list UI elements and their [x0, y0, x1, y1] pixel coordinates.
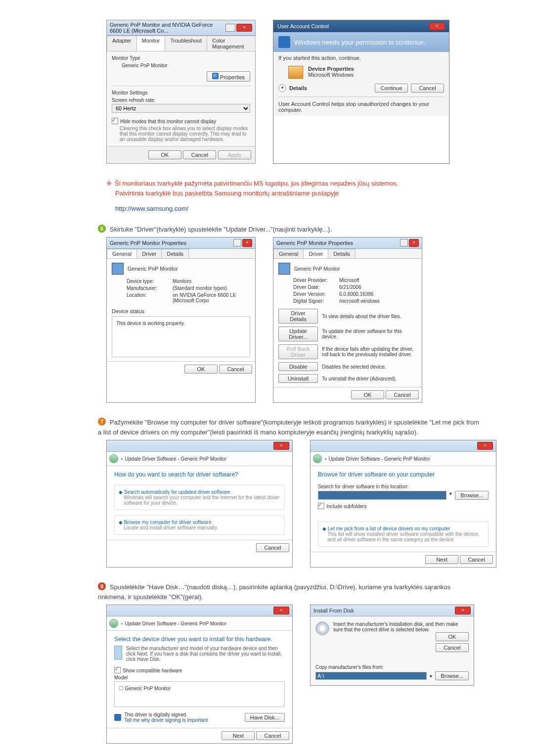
close-icon[interactable]: × — [236, 24, 252, 32]
copy-from-label: Copy manufacturer's files from: — [315, 664, 469, 670]
location-label: Search for driver software in this locat… — [318, 484, 489, 489]
signing-link[interactable]: Tell me why driver signing is important — [124, 717, 208, 723]
tab-troubleshoot[interactable]: Troubleshoot — [165, 36, 207, 51]
ok-button[interactable]: OK — [184, 365, 218, 374]
model-list[interactable]: 🖵 Generic PnP Monitor — [114, 681, 285, 707]
option-browse[interactable]: ◆ Browse my computer for driver software… — [114, 515, 285, 535]
update-wizard-browse: × ▪Update Driver Software - Generic PnP … — [310, 440, 496, 567]
tab-general[interactable]: General — [273, 249, 304, 258]
cancel-button[interactable]: Cancel — [256, 731, 289, 740]
tab-details[interactable]: Details — [161, 249, 189, 258]
refresh-rate-select[interactable]: 60 Hertz — [112, 104, 250, 113]
update-wizard-search: × ▪Update Driver Software - Generic PnP … — [106, 440, 293, 567]
tab-color[interactable]: Color Management — [207, 36, 256, 51]
close-icon[interactable]: × — [242, 239, 252, 247]
close-icon[interactable]: × — [409, 239, 419, 247]
uninstall-button[interactable]: Uninstall — [278, 374, 318, 383]
monitor-icon — [278, 263, 290, 275]
next-button[interactable]: Next — [222, 731, 255, 740]
expand-icon[interactable]: ▾ — [278, 84, 286, 92]
ok-button[interactable]: OK — [148, 150, 181, 159]
samsung-link[interactable]: http://www.samsung.com/ — [115, 205, 188, 212]
browse-button[interactable]: Browse... — [455, 491, 489, 500]
disable-button[interactable]: Disable — [278, 362, 318, 371]
cancel-button[interactable]: Cancel — [386, 390, 419, 399]
close-icon[interactable]: × — [477, 442, 493, 450]
uac-headline: Windows needs your permission to contion… — [294, 39, 425, 46]
step-6-text: Skirtuke "Driver"(tvarkyklė) spustelėkit… — [110, 226, 332, 233]
back-icon[interactable] — [109, 619, 118, 628]
update-driver-button[interactable]: Update Driver... — [278, 327, 318, 341]
dialog-title: Install From Disk — [313, 608, 354, 614]
device-status-box: This device is working properly. — [112, 316, 250, 357]
uac-dialog: User Account Control × Windows needs you… — [273, 20, 449, 164]
hide-modes-checkbox[interactable] — [112, 118, 118, 124]
device-props-general: Generic PnP Monitor Properties× General … — [106, 237, 256, 403]
monitor-type-label: Monitor Type — [112, 55, 250, 61]
device-props-driver: Generic PnP Monitor Properties× General … — [273, 237, 422, 403]
cancel-button[interactable]: Cancel — [256, 543, 289, 552]
cancel-button[interactable]: Cancel — [219, 365, 252, 374]
dialog-title: Generic PnP Monitor Properties — [110, 240, 186, 246]
install-from-disk-dialog: Install From Disk× Insert the manufactur… — [310, 605, 474, 686]
back-icon[interactable] — [109, 454, 118, 463]
tab-monitor[interactable]: Monitor — [136, 36, 166, 51]
copy-from-input[interactable] — [315, 672, 427, 680]
properties-button[interactable]: Properties — [207, 71, 250, 82]
refresh-rate-label: Screen refresh rate: — [112, 97, 250, 103]
ok-button[interactable]: OK — [351, 390, 384, 399]
minimize-icon[interactable] — [225, 24, 235, 32]
dialog-title: Generic PnP Monitor and NVIDIA GeForce 6… — [110, 22, 225, 34]
cancel-button[interactable]: Cancel — [411, 84, 444, 93]
monitor-icon — [112, 263, 124, 275]
help-icon[interactable] — [233, 239, 241, 246]
tab-general[interactable]: General — [107, 249, 137, 258]
wizard-heading: Select the device driver you want to ins… — [114, 636, 285, 643]
note-symbol: ※ — [106, 180, 112, 187]
close-icon[interactable]: × — [455, 607, 471, 614]
back-icon[interactable] — [313, 454, 322, 463]
details-toggle[interactable]: Details — [289, 85, 372, 91]
cancel-button[interactable]: Cancel — [183, 150, 216, 159]
help-icon[interactable] — [400, 239, 408, 246]
uac-title: User Account Control — [277, 23, 329, 29]
tab-driver[interactable]: Driver — [136, 249, 162, 258]
include-subfolders-checkbox[interactable] — [318, 503, 324, 509]
display-properties-dialog: Generic PnP Monitor and NVIDIA GeForce 6… — [106, 20, 256, 164]
shield-icon — [212, 73, 219, 79]
driver-details-button[interactable]: Driver Details — [278, 309, 318, 324]
rollback-button[interactable]: Roll Back Driver — [278, 344, 318, 359]
device-status-label: Device status — [112, 308, 250, 314]
uac-started-text: If you started this action, continue. — [278, 55, 444, 61]
ok-button[interactable]: OK — [436, 632, 469, 641]
hide-modes-label: Hide modes that this monitor cannot disp… — [120, 119, 216, 124]
device-icon — [114, 646, 122, 660]
device-icon — [288, 66, 303, 79]
option-pick-from-list[interactable]: ◆ Let me pick from a list of device driv… — [318, 521, 489, 547]
step-8-badge: 8 — [98, 582, 106, 590]
close-icon[interactable]: × — [429, 22, 445, 30]
continue-button[interactable]: Continue — [375, 84, 408, 93]
note-line2: Patvirtinta tvarkyklė bus paskelbta Sams… — [115, 189, 480, 198]
cancel-button[interactable]: Cancel — [436, 643, 469, 652]
dialog-title: Generic PnP Monitor Properties — [276, 240, 353, 246]
location-input[interactable] — [318, 491, 446, 500]
shield-icon — [278, 36, 290, 48]
apply-button[interactable]: Apply — [218, 150, 251, 159]
step-7-badge: 7 — [98, 418, 106, 425]
close-icon[interactable]: × — [273, 442, 289, 450]
option-auto[interactable]: ◆ Search automatically for updated drive… — [114, 485, 285, 510]
compatible-checkbox[interactable] — [114, 667, 121, 673]
cancel-button[interactable]: Cancel — [460, 555, 493, 564]
close-icon[interactable]: × — [273, 607, 289, 614]
next-button[interactable]: Next — [425, 555, 458, 564]
tab-adapter[interactable]: Adapter — [107, 36, 137, 51]
tab-driver[interactable]: Driver — [303, 249, 328, 258]
tab-details[interactable]: Details — [328, 249, 356, 258]
note-line1: Ši monitoriaus tvarkyklė pažymėta patvir… — [115, 180, 399, 187]
have-disk-button[interactable]: Have Disk... — [245, 713, 285, 722]
browse-button[interactable]: Browse... — [435, 671, 469, 680]
hide-modes-note: Clearing this check box allows you to se… — [120, 126, 250, 142]
tab-bar: Adapter Monitor Troubleshoot Color Manag… — [107, 36, 255, 51]
disc-icon — [315, 621, 329, 635]
